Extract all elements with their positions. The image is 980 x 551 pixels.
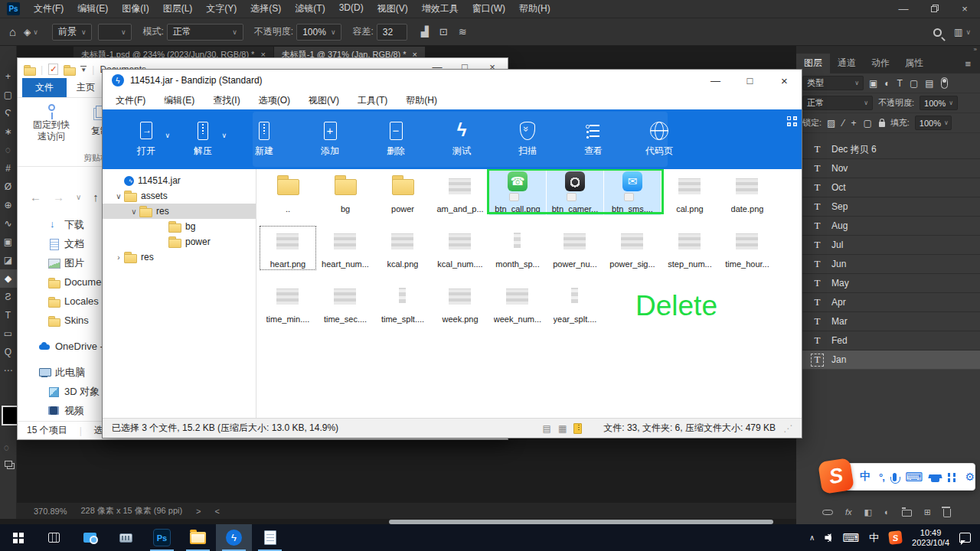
ps-menu-item[interactable]: 窗口(W) [466,2,512,15]
ime-settings-icon[interactable]: ⚙ [965,471,975,483]
back-button[interactable]: ← [30,191,41,204]
layer-filter-dropdown[interactable]: 类型∨ [802,76,864,90]
ribbon-tab-file[interactable]: 文件 [22,78,67,97]
zoom-level[interactable]: 370.89% [34,507,67,516]
bandizip-menu-item[interactable]: 视图(V) [309,94,339,107]
layer-row[interactable]: T Mar [796,312,980,331]
opacity-dropdown[interactable]: 100%∨ [296,24,341,41]
tool-icon[interactable]: + [0,67,17,86]
ps-menu-item[interactable]: 滤镜(T) [288,2,332,15]
lock-transparent-icon[interactable]: ▨ [827,118,835,129]
foreground-dropdown[interactable]: 前景∨ [52,24,93,41]
layer-row[interactable]: T Jul [796,236,980,255]
tree-item[interactable]: ∨ assets [103,188,256,204]
layer-row[interactable]: T Jan [796,350,980,370]
ime-indicator[interactable]: 中 [869,531,879,545]
file-item[interactable]: week_num... [489,281,546,325]
tree-item[interactable]: › res [103,249,256,265]
file-item[interactable]: power_sig... [604,226,661,270]
lock-move-icon[interactable]: + [851,118,856,129]
customize-toolbar-icon[interactable]: ▼ [80,66,87,73]
home-icon[interactable]: ⌂ [9,25,16,38]
tool-icon[interactable]: # [0,159,17,178]
file-item[interactable]: date.png [719,171,776,215]
file-item[interactable]: btn_sms.... [604,171,661,215]
fill-dropdown[interactable]: 100%∨ [915,116,952,130]
file-item[interactable]: kcal.png [374,226,431,270]
tool-icon[interactable]: T [0,306,17,324]
tool-icon[interactable]: Q [0,343,17,361]
new-layer-icon[interactable]: ⊞ [924,507,931,517]
link-layers-icon[interactable] [822,510,833,515]
bandizip-close-button[interactable]: × [767,70,802,91]
tray-expand-icon[interactable]: ∧ [809,533,815,542]
tree-chevron-icon[interactable]: ∨ [129,207,139,216]
bandizip-toolbar-button[interactable]: 新建 [231,112,297,167]
all-layers-icon[interactable]: ≋ [459,26,467,37]
workspace-switcher[interactable]: ▥ ∨ [954,27,971,37]
screen-mode-icon[interactable] [5,461,12,467]
tool-icon[interactable]: ◆ [0,269,17,288]
file-item[interactable]: time_min.... [260,281,316,325]
filter-adjustment-icon[interactable]: ◐ [884,78,890,89]
file-item[interactable]: month_sp... [489,226,546,270]
filter-toggle-icon[interactable] [941,77,948,89]
magnifier-app-button[interactable] [72,524,108,551]
tree-item[interactable]: ∨ res [103,204,256,219]
tool-icon[interactable]: ▣ [0,233,17,251]
bandizip-menu-item[interactable]: 选项(O) [259,94,290,107]
bandizip-maximize-button[interactable]: □ [733,70,767,91]
tool-icon[interactable]: ▢ [0,86,17,104]
skin-icon[interactable] [931,474,939,482]
file-item[interactable]: kcal_num.... [432,226,488,270]
panel-tab[interactable]: 动作 [864,54,897,73]
toolbox-icon[interactable] [948,473,951,477]
bandizip-toolbar-button[interactable]: 打开 ∨ [118,112,175,167]
quick-mask-icon[interactable]: ◌ [4,442,9,453]
bandizip-menu-item[interactable]: 查找(I) [213,94,240,107]
layer-row[interactable]: T Sep [796,197,980,217]
pin-to-quickaccess-button[interactable]: 固定到快速访问 [27,104,76,142]
ps-close-button[interactable]: × [949,0,980,18]
layer-row[interactable]: T Dec 拷贝 6 [796,140,980,159]
file-item[interactable]: time_splt.... [374,281,431,325]
microphone-icon[interactable] [893,473,897,481]
tree-item[interactable]: bg [103,219,256,234]
file-item[interactable]: power [374,171,431,215]
tool-icon[interactable]: Ϛ [0,104,17,122]
file-item[interactable]: .. [260,171,316,215]
ps-menu-item[interactable]: 增效工具 [415,2,466,15]
file-item[interactable]: cal.png [662,171,718,215]
antialias-icon[interactable]: ▟ [421,26,429,37]
resize-grip[interactable]: ⋰ [783,423,792,434]
tool-icon[interactable]: ◌ [0,141,17,159]
virtual-keyboard-icon[interactable]: ⌨ [905,470,923,484]
ps-menu-item[interactable]: 文件(F) [27,2,70,15]
file-item[interactable]: btn_camer... [547,171,603,215]
layer-row[interactable]: T Aug [796,217,980,236]
layer-row[interactable]: T Apr [796,293,980,312]
ps-restore-button[interactable] [919,0,949,18]
tool-icon[interactable]: Ø [0,178,17,196]
lock-paint-icon[interactable]: ⁄ [842,118,844,129]
layer-mask-icon[interactable]: ◧ [864,507,872,517]
contiguous-icon[interactable]: ⊡ [439,26,448,37]
file-item[interactable]: time_hour... [719,226,776,270]
bandizip-menu-item[interactable]: 帮助(H) [406,94,437,107]
file-item[interactable]: power_nu... [547,226,603,270]
file-item[interactable]: heart.png [260,226,316,270]
panel-menu-icon[interactable]: ≡ [965,58,977,70]
folder-icon[interactable] [24,64,35,75]
bandizip-toolbar-button[interactable]: 扫描 [495,112,560,167]
bandizip-menu-item[interactable]: 文件(F) [116,94,145,107]
ime-chinese-icon[interactable]: 中 [860,470,871,484]
thumbnail-view-icon[interactable]: ▦ [558,423,567,434]
ps-menu-item[interactable]: 选择(S) [243,2,288,15]
new-folder-icon[interactable] [64,64,75,75]
bandizip-menu-item[interactable]: 工具(T) [358,94,387,107]
bucket-tool-icon[interactable]: ◈∨ [24,27,38,37]
ps-menu-item[interactable]: 3D(D) [332,2,371,15]
forward-button[interactable]: → [53,191,64,204]
status-arrow[interactable]: > [196,507,201,516]
tool-icon[interactable]: Ƨ [0,288,17,306]
